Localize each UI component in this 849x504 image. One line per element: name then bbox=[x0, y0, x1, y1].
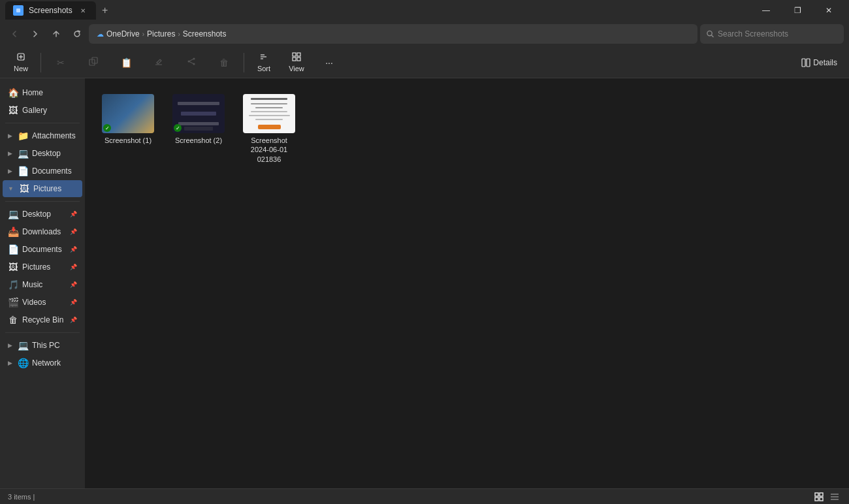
sidebar-label-music: Music bbox=[22, 280, 42, 289]
cloud-icon: ☁ bbox=[97, 30, 104, 39]
sidebar-label-documents: Documents bbox=[22, 245, 62, 254]
sidebar-item-thispc[interactable]: ▶ 💻 This PC bbox=[3, 337, 82, 354]
sidebar-item-pictures[interactable]: 🖼 Pictures 📌 bbox=[3, 259, 82, 276]
file-thumbnail-3 bbox=[243, 94, 295, 133]
tab-icon bbox=[13, 5, 24, 16]
maximize-button[interactable]: ❐ bbox=[782, 0, 812, 21]
details-button[interactable]: Details bbox=[795, 51, 844, 74]
file-name-3: Screenshot 2024-06-01 021836 bbox=[251, 136, 287, 164]
item-count: 3 items | bbox=[8, 493, 35, 501]
rename-button[interactable] bbox=[143, 50, 174, 76]
svg-line-3 bbox=[711, 35, 713, 37]
svg-rect-27 bbox=[820, 497, 823, 501]
sidebar-item-home[interactable]: 🏠 Home bbox=[3, 84, 82, 101]
svg-rect-19 bbox=[297, 53, 300, 56]
status-cursor: | bbox=[31, 493, 35, 501]
sidebar-label-recycle: Recycle Bin bbox=[22, 315, 63, 324]
sidebar-item-documents-fav[interactable]: ▶ 📄 Documents bbox=[3, 163, 82, 180]
sidebar-item-pictures-fav[interactable]: ▼ 🖼 Pictures bbox=[3, 180, 82, 197]
cut-icon: ✂ bbox=[57, 57, 65, 68]
item-count-text: 3 items bbox=[8, 493, 31, 501]
new-button[interactable]: New bbox=[5, 50, 37, 76]
view-button[interactable]: View bbox=[281, 50, 312, 76]
close-button[interactable]: ✕ bbox=[814, 0, 844, 21]
cut-button[interactable]: ✂ bbox=[45, 50, 76, 76]
new-icon bbox=[16, 52, 25, 63]
breadcrumb-sep2: › bbox=[178, 31, 180, 38]
sidebar-item-recycle[interactable]: 🗑 Recycle Bin 📌 bbox=[3, 311, 82, 328]
share-button[interactable] bbox=[176, 50, 207, 76]
forward-button[interactable] bbox=[26, 25, 44, 43]
documents-fav-icon: 📄 bbox=[18, 166, 28, 176]
sidebar-label-home: Home bbox=[22, 88, 43, 97]
copy-icon bbox=[89, 57, 98, 68]
sidebar-item-documents[interactable]: 📄 Documents 📌 bbox=[3, 241, 82, 258]
sidebar-item-music[interactable]: 🎵 Music 📌 bbox=[3, 276, 82, 293]
rename-icon bbox=[154, 57, 163, 68]
sort-button[interactable]: Sort bbox=[248, 50, 280, 76]
sidebar-item-desktop-fav[interactable]: ▶ 💻 Desktop bbox=[3, 145, 82, 162]
downloads-icon: 📥 bbox=[8, 227, 18, 237]
file-name-2: Screenshot (2) bbox=[175, 136, 222, 145]
sidebar-item-downloads[interactable]: 📥 Downloads 📌 bbox=[3, 223, 82, 240]
sidebar-item-desktop[interactable]: 💻 Desktop 📌 bbox=[3, 206, 82, 223]
sidebar-divider2 bbox=[5, 201, 80, 202]
file-item-screenshot1[interactable]: ✓ Screenshot (1) bbox=[95, 89, 161, 169]
file-item-screenshot2[interactable]: ✓ Screenshot (2) bbox=[166, 89, 231, 169]
pin-icon: 📌 bbox=[70, 299, 77, 306]
sort-icon bbox=[259, 52, 268, 63]
pin-icon: 📌 bbox=[70, 281, 77, 288]
file-item-screenshot3[interactable]: Screenshot 2024-06-01 021836 bbox=[236, 89, 302, 169]
pin-icon: 📌 bbox=[70, 317, 77, 323]
file-name-1: Screenshot (1) bbox=[104, 136, 152, 145]
main-content: 🏠 Home 🖼 Gallery ▶ 📁 Attachments ▶ 💻 Des… bbox=[0, 78, 849, 488]
sidebar-label-pictures-fav: Pictures bbox=[33, 184, 61, 193]
copy-button[interactable] bbox=[78, 50, 109, 76]
videos-icon: 🎬 bbox=[8, 297, 18, 307]
sidebar-item-videos[interactable]: 🎬 Videos 📌 bbox=[3, 294, 82, 311]
more-button[interactable]: ··· bbox=[313, 50, 345, 76]
pin-icon: 📌 bbox=[70, 211, 77, 217]
tab-close-button[interactable]: ✕ bbox=[78, 5, 88, 16]
new-label: New bbox=[14, 65, 28, 72]
grid-view-button[interactable] bbox=[812, 490, 825, 503]
sidebar-label-network: Network bbox=[32, 358, 61, 368]
refresh-button[interactable] bbox=[68, 25, 86, 43]
search-bar[interactable] bbox=[700, 24, 844, 44]
expand-icon: ▶ bbox=[8, 150, 12, 157]
title-bar: Screenshots ✕ + — ❐ ✕ bbox=[0, 0, 849, 21]
new-tab-button[interactable]: + bbox=[96, 1, 114, 20]
sidebar-item-network[interactable]: ▶ 🌐 Network bbox=[3, 354, 82, 371]
delete-icon: 🗑 bbox=[219, 57, 229, 68]
active-tab[interactable]: Screenshots ✕ bbox=[5, 1, 96, 20]
minimize-button[interactable]: — bbox=[751, 0, 781, 21]
sidebar-divider1 bbox=[5, 123, 80, 123]
breadcrumb[interactable]: ☁ OneDrive › Pictures › Screenshots bbox=[89, 24, 697, 44]
svg-rect-20 bbox=[293, 57, 296, 61]
svg-rect-24 bbox=[815, 493, 818, 496]
view-icon bbox=[292, 52, 301, 63]
expand-icon: ▶ bbox=[8, 168, 12, 174]
sidebar-label-thispc: This PC bbox=[32, 341, 60, 350]
view-label: View bbox=[289, 65, 304, 72]
delete-button[interactable]: 🗑 bbox=[208, 50, 240, 76]
sidebar-item-attachments[interactable]: ▶ 📁 Attachments bbox=[3, 127, 82, 144]
music-icon: 🎵 bbox=[8, 279, 18, 290]
search-icon bbox=[707, 30, 714, 38]
paste-button[interactable]: 📋 bbox=[110, 50, 142, 76]
sidebar-label-desktop: Desktop bbox=[22, 210, 51, 219]
breadcrumb-pictures[interactable]: Pictures bbox=[147, 29, 175, 39]
breadcrumb-screenshots[interactable]: Screenshots bbox=[183, 29, 227, 39]
breadcrumb-onedrive[interactable]: OneDrive bbox=[106, 29, 140, 39]
sidebar-item-gallery[interactable]: 🖼 Gallery bbox=[3, 102, 82, 119]
sidebar-label-documents-fav: Documents bbox=[32, 166, 72, 176]
list-view-button[interactable] bbox=[828, 490, 841, 503]
svg-rect-22 bbox=[802, 59, 805, 67]
attachments-icon: 📁 bbox=[18, 131, 28, 141]
search-input[interactable] bbox=[718, 29, 837, 39]
sidebar: 🏠 Home 🖼 Gallery ▶ 📁 Attachments ▶ 💻 Des… bbox=[0, 78, 85, 488]
pictures-icon: 🖼 bbox=[8, 262, 18, 272]
desktop-fav-icon: 💻 bbox=[18, 148, 28, 159]
back-button[interactable] bbox=[5, 25, 24, 43]
up-button[interactable] bbox=[47, 25, 65, 43]
